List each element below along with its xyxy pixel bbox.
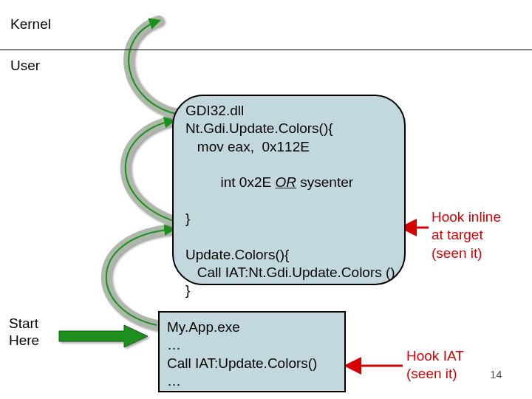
myapp-title: My.App.exe — [167, 318, 337, 336]
kernel-user-divider — [0, 50, 532, 50]
ntgdi-sysenter: sysenter — [296, 174, 353, 190]
ntgdi-int: int 0x2E OR sysenter — [185, 156, 395, 210]
myapp-call-iat: Call IAT:Update.Colors() — [167, 355, 337, 372]
gdi32-line: GDI32.dll — [185, 102, 395, 120]
page-number: 14 — [490, 368, 502, 381]
ntgdi-mov: mov eax, 0x112E — [185, 138, 395, 156]
myapp-ellipsis-1: … — [167, 336, 337, 354]
myapp-box: My.App.exe … Call IAT:Update.Colors() … — [158, 311, 346, 392]
updatecolors-call-iat: Call IAT:Nt.Gdi.Update.Colors () — [185, 264, 395, 282]
arrow-ntgdi-to-kernel — [129, 21, 180, 115]
gap-line — [185, 228, 395, 245]
gdi32-box: GDI32.dll Nt.Gdi.Update.Colors(){ mov ea… — [172, 95, 406, 285]
user-label: User — [10, 58, 40, 75]
hook-inline-label: Hook inline at target (seen it) — [432, 208, 501, 262]
updatecolors-fn-close: } — [185, 282, 395, 299]
ntgdi-int-prefix: int 0x2E — [209, 174, 276, 190]
ntgdi-fn-open: Nt.Gdi.Update.Colors(){ — [185, 120, 395, 137]
myapp-ellipsis-2: … — [167, 372, 337, 390]
or-keyword: OR — [275, 174, 296, 190]
kernel-label: Kernel — [10, 16, 51, 33]
hook-iat-label: Hook IAT (seen it) — [406, 347, 464, 383]
arrow-start-to-app — [59, 325, 148, 347]
arrow-update-to-ntgdi — [126, 120, 176, 222]
ntgdi-fn-close: } — [185, 210, 395, 228]
updatecolors-fn-open: Update.Colors(){ — [185, 246, 395, 264]
start-here-label: Start Here — [9, 316, 39, 349]
